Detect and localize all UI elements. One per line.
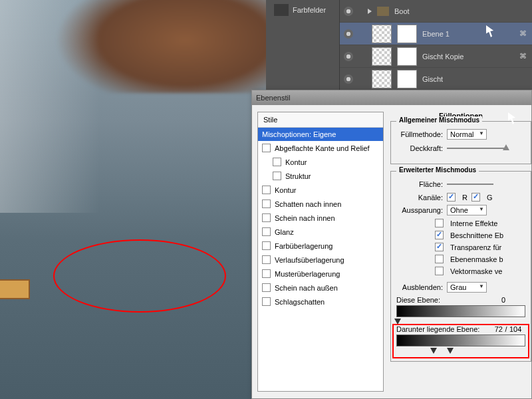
style-checkbox[interactable] — [262, 269, 271, 278]
style-checkbox[interactable] — [262, 255, 271, 264]
panel-label: Farbfelder — [293, 6, 326, 14]
layer-name: Ebene 1 — [422, 30, 450, 38]
style-label: Abgeflachte Kante und Relief — [275, 144, 379, 152]
blend-slider-1[interactable] — [430, 348, 437, 354]
layer-name: Gischt Kopie — [422, 53, 464, 61]
blendif-combo[interactable]: Grau — [447, 282, 487, 293]
style-checkbox[interactable] — [262, 297, 271, 306]
group-title: Allgemeiner Mischmodus — [396, 116, 482, 124]
style-item[interactable]: Musterüberlagerung — [258, 267, 383, 281]
style-item[interactable]: Schlagschatten — [258, 295, 383, 309]
visibility-icon[interactable] — [344, 29, 353, 39]
fill-opacity-slider[interactable] — [447, 179, 493, 190]
opt4-checkbox[interactable] — [435, 255, 444, 263]
style-label: Schein nach innen — [275, 214, 379, 222]
layer-row-boot[interactable]: Boot — [340, 0, 532, 23]
style-label: Schein nach außen — [275, 284, 379, 292]
opt2-checkbox[interactable] — [435, 231, 444, 239]
style-checkbox[interactable] — [262, 186, 271, 194]
layers-panel: Boot Ebene 1 ⌘ Gischt Kopie ⌘ Gischt — [339, 0, 532, 90]
channel-r-checkbox[interactable] — [447, 193, 456, 201]
style-item[interactable]: Schatten nach innen — [258, 197, 383, 211]
style-label: Schatten nach innen — [275, 200, 379, 208]
link-mask-icon[interactable]: ⌘ — [519, 52, 527, 61]
style-checkbox[interactable] — [262, 200, 271, 208]
style-label: Musterüberlagerung — [275, 270, 379, 278]
blendif-label: Ausblenden: — [396, 283, 443, 291]
opt3-checkbox[interactable] — [435, 243, 444, 251]
layer-mask-thumbnail — [397, 25, 417, 43]
style-item[interactable]: Schein nach innen — [258, 211, 383, 225]
styles-list: Stile Mischoptionen: EigeneAbgeflachte K… — [257, 112, 384, 392]
fill-opacity-label: Fläche: — [396, 180, 443, 188]
expand-icon[interactable] — [368, 9, 372, 14]
visibility-icon[interactable] — [344, 52, 353, 61]
style-label: Farbüberlagerung — [275, 242, 379, 250]
layer-thumbnail — [372, 25, 392, 43]
style-label: Kontur — [285, 158, 379, 166]
style-label: Glanz — [275, 228, 379, 236]
group-title: Erweiterter Mischmodus — [396, 166, 479, 174]
panel-farbfelder[interactable]: Farbfelder — [274, 4, 326, 16]
visibility-icon[interactable] — [344, 74, 353, 84]
options-column: Fülloptionen Allgemeiner Mischmodus Füll… — [384, 105, 531, 398]
under-layer-gradient[interactable] — [396, 334, 525, 346]
style-item[interactable]: Glanz — [258, 225, 383, 239]
style-checkbox[interactable] — [262, 213, 271, 222]
knockout-label: Aussparung: — [396, 206, 443, 214]
style-label: Mischoptionen: Eigene — [262, 130, 379, 138]
style-label: Verlaufsüberlagerung — [275, 256, 379, 264]
channels-label: Kanäle: — [396, 194, 443, 201]
style-item[interactable]: Abgeflachte Kante und Relief — [258, 141, 383, 155]
layer-name: Gischt — [422, 75, 443, 83]
opt-text: Vektormaske ve — [450, 267, 502, 275]
blend-slider-2[interactable] — [447, 348, 454, 354]
annotation-ellipse — [53, 239, 226, 313]
style-item[interactable]: Schein nach außen — [258, 281, 383, 295]
water-splash — [0, 0, 100, 213]
blend-mode-combo[interactable]: Normal — [447, 129, 487, 140]
under-to: 104 — [509, 325, 525, 333]
layer-row-gischt[interactable]: Gischt — [340, 68, 532, 90]
styles-header: Stile — [258, 112, 383, 128]
style-label: Struktur — [285, 172, 379, 180]
channel-g-checkbox[interactable] — [471, 193, 480, 201]
style-label: Schlagschatten — [275, 298, 379, 306]
style-checkbox[interactable] — [262, 144, 271, 152]
style-item[interactable]: Kontur — [258, 183, 383, 197]
style-checkbox[interactable] — [273, 172, 281, 180]
this-layer-label: Diese Ebene: — [396, 296, 485, 304]
knockout-combo[interactable]: Ohne — [447, 205, 487, 215]
style-checkbox[interactable] — [262, 283, 271, 292]
dialog-titlebar[interactable]: Ebenenstil — [252, 90, 531, 105]
style-checkbox[interactable] — [262, 227, 271, 236]
style-item[interactable]: Farbüberlagerung — [258, 239, 383, 253]
this-layer-from: 0 — [485, 296, 505, 304]
opt1-checkbox[interactable] — [435, 219, 444, 227]
style-checkbox[interactable] — [262, 241, 271, 250]
visibility-icon[interactable] — [344, 7, 353, 16]
style-label: Kontur — [275, 186, 379, 194]
folder-icon — [377, 7, 389, 16]
layer-row-gischtkopie[interactable]: Gischt Kopie ⌘ — [340, 45, 532, 68]
blend-mode-label: Füllmethode: — [396, 130, 443, 138]
this-layer-gradient[interactable] — [396, 305, 525, 317]
cursor-icon — [486, 25, 495, 37]
opt-text: Ebenenmaske b — [450, 255, 503, 263]
layer-thumbnail — [372, 70, 392, 88]
under-layer-label: Darunter liegende Ebene: — [396, 325, 487, 333]
blend-slider-black[interactable] — [394, 319, 401, 325]
style-item[interactable]: Mischoptionen: Eigene — [258, 128, 383, 141]
layer-row-ebene1[interactable]: Ebene 1 ⌘ — [340, 23, 532, 45]
opacity-slider[interactable] — [447, 143, 507, 154]
opt5-checkbox[interactable] — [435, 267, 444, 275]
channel-r-text: R — [462, 194, 467, 201]
layer-mask-thumbnail — [397, 70, 417, 88]
layer-thumbnail — [372, 47, 392, 66]
style-item[interactable]: Kontur — [258, 155, 383, 169]
style-item[interactable]: Struktur — [258, 169, 383, 183]
style-item[interactable]: Verlaufsüberlagerung — [258, 253, 383, 267]
link-mask-icon[interactable]: ⌘ — [519, 29, 527, 38]
opt-text: Transparenz für — [450, 243, 501, 251]
style-checkbox[interactable] — [273, 158, 281, 166]
